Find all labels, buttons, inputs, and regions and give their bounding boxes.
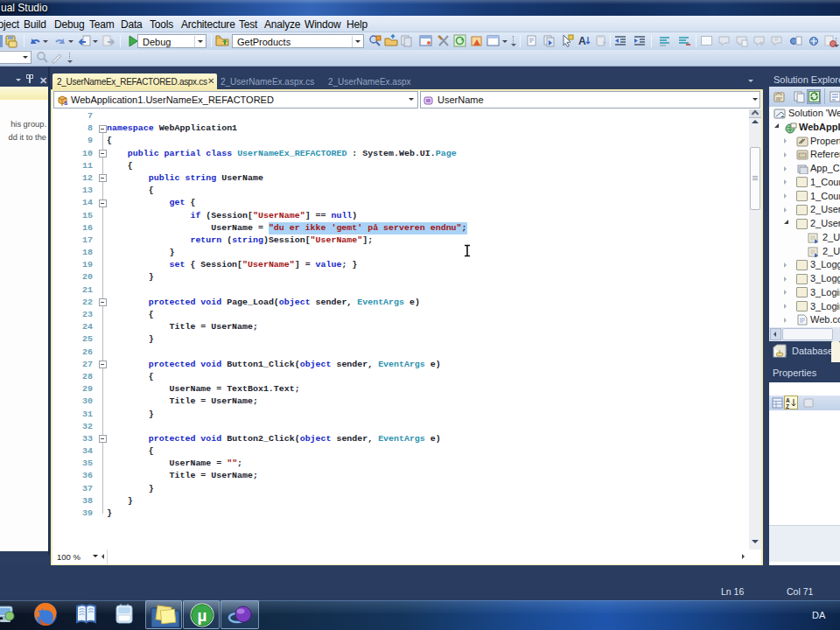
svg-text:Z: Z (786, 403, 789, 410)
svg-text:s: s (64, 99, 68, 106)
svg-text:µ: µ (198, 606, 207, 625)
svg-text:A: A (578, 35, 586, 47)
